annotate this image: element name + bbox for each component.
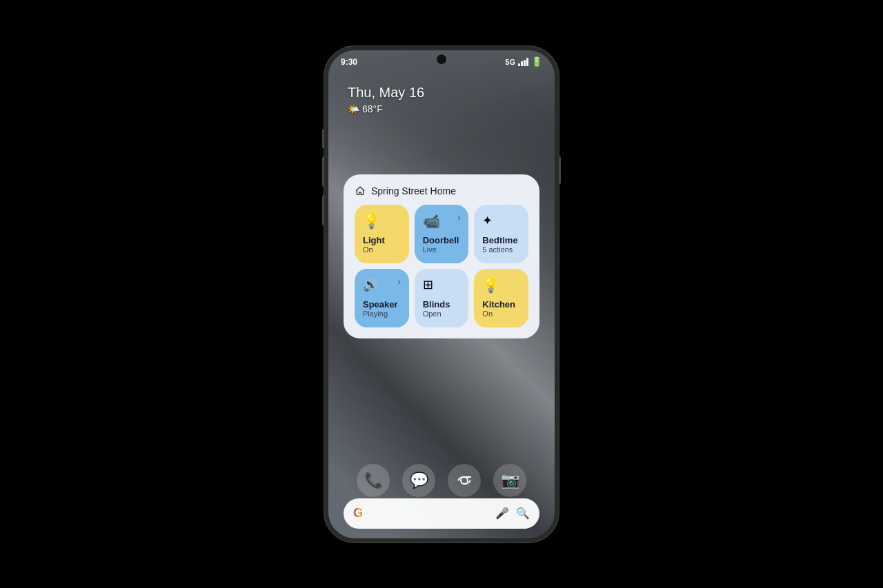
power-button[interactable]	[559, 156, 561, 184]
light-tile[interactable]: 💡 Light On	[355, 205, 409, 263]
blinds-tile[interactable]: ⊞ Blinds Open	[415, 269, 469, 327]
doorbell-chevron: ›	[457, 213, 460, 223]
status-time: 9:30	[341, 57, 357, 67]
weather-display: 🌤️ 68°F	[348, 103, 424, 114]
temperature: 68°F	[362, 103, 383, 114]
silent-button[interactable]	[322, 129, 324, 148]
kitchen-status: On	[482, 310, 520, 318]
doorbell-icon: 📹	[423, 213, 440, 230]
light-status: On	[363, 245, 401, 254]
camera-app-icon[interactable]: 📷	[493, 464, 526, 497]
date-display: Thu, May 16	[348, 85, 424, 101]
doorbell-status: Live	[423, 245, 461, 254]
google-logo: G	[353, 506, 363, 520]
volume-up-button[interactable]	[322, 156, 324, 187]
chrome-icon	[456, 472, 473, 489]
speaker-tile[interactable]: 🔊 › Speaker Playing	[355, 269, 409, 327]
voice-search-icon[interactable]: 🎤	[495, 507, 509, 520]
status-icons: 5G 🔋	[505, 57, 542, 67]
bedtime-tile[interactable]: ✦ Bedtime 5 actions	[474, 205, 528, 263]
kitchen-label: Kitchen	[482, 299, 520, 310]
widget-title: Spring Street Home	[371, 185, 456, 196]
speaker-top: 🔊 ›	[363, 277, 401, 295]
date-weather-widget: Thu, May 16 🌤️ 68°F	[348, 85, 424, 114]
phone-frame: 9:30 5G 🔋 Thu, May 16 🌤️ 68°F	[324, 46, 559, 543]
blinds-status: Open	[423, 310, 461, 318]
camera-notch	[437, 54, 446, 64]
blinds-label: Blinds	[423, 299, 461, 310]
search-action-icons: 🎤 🔍	[495, 507, 530, 520]
messages-app-icon[interactable]: 💬	[402, 464, 435, 497]
bedtime-icon: ✦	[482, 213, 520, 228]
bedtime-status: 5 actions	[482, 245, 520, 254]
blinds-icon: ⊞	[423, 277, 461, 292]
google-search-bar[interactable]: G 🎤 🔍	[344, 498, 539, 529]
network-type: 5G	[505, 58, 515, 66]
device-grid: 💡 Light On 📹 › Doorbell Live	[355, 205, 528, 327]
weather-icon: 🌤️	[348, 103, 359, 114]
widget-header: Spring Street Home	[355, 185, 528, 196]
speaker-icon: 🔊	[363, 277, 378, 292]
lens-search-icon[interactable]: 🔍	[516, 507, 530, 520]
doorbell-top: 📹 ›	[423, 213, 461, 232]
speaker-status: Playing	[363, 310, 401, 318]
light-label: Light	[363, 235, 401, 246]
doorbell-label: Doorbell	[423, 235, 461, 246]
phone-screen: 9:30 5G 🔋 Thu, May 16 🌤️ 68°F	[328, 50, 555, 538]
chrome-app-icon[interactable]	[448, 464, 481, 497]
smart-home-widget[interactable]: Spring Street Home 💡 Light On 📹 ›	[344, 174, 539, 338]
light-icon: 💡	[363, 213, 401, 230]
phone-app-icon[interactable]: 📞	[357, 464, 390, 497]
kitchen-icon: 💡	[482, 277, 520, 294]
doorbell-tile[interactable]: 📹 › Doorbell Live	[415, 205, 469, 263]
kitchen-tile[interactable]: 💡 Kitchen On	[474, 269, 528, 327]
speaker-label: Speaker	[363, 299, 401, 310]
signal-icon	[518, 58, 528, 66]
bedtime-label: Bedtime	[482, 235, 520, 246]
battery-icon: 🔋	[531, 57, 542, 67]
speaker-chevron: ›	[398, 277, 401, 287]
home-icon	[355, 185, 366, 196]
app-dock: 📞 💬 📷	[328, 464, 555, 497]
volume-down-button[interactable]	[322, 195, 324, 225]
